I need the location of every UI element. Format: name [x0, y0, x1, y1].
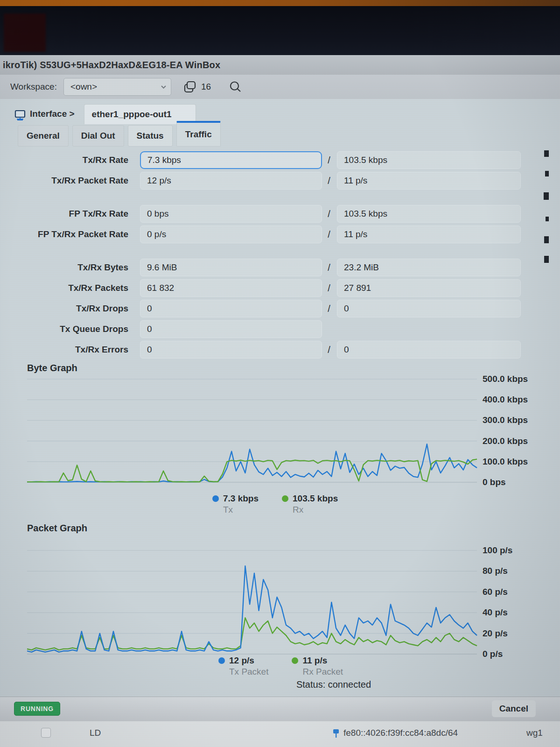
field-row: Tx/Rx Packets61 832/27 891: [0, 278, 560, 298]
window-count: 16: [201, 82, 211, 92]
byte-graph-legend: 7.3 kbpsTx103.5 kbpsRx: [212, 493, 338, 515]
y-axis-tick-label: 300.0 kbps: [483, 415, 528, 425]
interface-header: Interface > ether1_pppoe-out1: [0, 103, 560, 125]
field-row: FP Tx/Rx Rate0 bps/103.5 kbps: [0, 204, 560, 224]
legend-dot: [218, 657, 225, 664]
desk-surface: [0, 0, 560, 6]
value-separator: /: [324, 278, 334, 298]
legend-item-rx: 103.5 kbpsRx: [282, 493, 338, 515]
screen-bezel: [0, 6, 560, 55]
field-label: FP Tx/Rx Packet Rate: [0, 225, 128, 244]
workspace-value: <own>: [70, 82, 97, 92]
y-axis-tick-label: 0 bps: [483, 477, 506, 487]
breadcrumb: Interface >: [30, 109, 75, 119]
tx-value-input[interactable]: 9.6 MiB: [140, 259, 322, 276]
tab-status[interactable]: Status: [128, 125, 173, 147]
y-axis-tick-label: 400.0 kbps: [483, 395, 528, 404]
cancel-button[interactable]: Cancel: [492, 700, 536, 717]
field-row: Tx/Rx Rate7.3 kbps/103.5 kbps: [0, 150, 560, 170]
search-icon[interactable]: [229, 80, 242, 93]
tx-value-input[interactable]: 12 p/s: [140, 172, 322, 190]
byte-graph-heading: Byte Graph: [27, 363, 77, 374]
tx-value-input[interactable]: 0: [140, 320, 322, 338]
field-label: Tx Queue Drops: [0, 319, 128, 339]
row-checkbox[interactable]: [41, 728, 51, 738]
y-axis-tick-label: 20 p/s: [483, 628, 508, 638]
rx-value-input[interactable]: 0: [337, 341, 521, 359]
chevron-down-icon: [161, 85, 166, 89]
legend-label: Tx: [223, 505, 259, 515]
running-badge: RUNNING: [14, 702, 60, 716]
ipv6-flag-icon: [332, 729, 340, 740]
screen-edge-artifact: [544, 236, 549, 243]
field-row: Tx/Rx Errors0/0: [0, 340, 560, 359]
field-label: Tx/Rx Errors: [0, 340, 128, 359]
field-label: Tx/Rx Bytes: [0, 258, 128, 277]
tx-value-input[interactable]: 0 p/s: [140, 226, 322, 243]
value-separator: /: [324, 225, 334, 244]
y-axis-tick-label: 80 p/s: [483, 566, 508, 576]
rx-value-input[interactable]: 27 891: [337, 279, 521, 297]
legend-value: 11 p/s: [302, 655, 327, 666]
field-label: Tx/Rx Rate: [0, 150, 128, 170]
dialog-footer: RUNNING Cancel: [0, 697, 560, 721]
field-label: Tx/Rx Packets: [0, 278, 128, 298]
rx-value-input[interactable]: 103.5 kbps: [337, 205, 521, 223]
tx-value-input[interactable]: 0: [140, 341, 322, 359]
tx-value-input[interactable]: 61 832: [140, 279, 322, 297]
rx-value-input[interactable]: 0: [337, 300, 521, 317]
series-rx: [27, 459, 477, 482]
field-row: Tx/Rx Bytes9.6 MiB/23.2 MiB: [0, 258, 560, 277]
tab-general[interactable]: General: [18, 125, 69, 147]
y-axis-tick-label: 0 p/s: [483, 649, 503, 659]
value-separator: /: [324, 340, 334, 359]
field-row: Tx Queue Drops0: [0, 319, 560, 339]
windows-stack-icon[interactable]: [183, 80, 196, 93]
screen-edge-artifact: [544, 192, 549, 200]
value-separator: /: [324, 204, 334, 224]
tx-value-input[interactable]: 0 bps: [140, 205, 322, 223]
window-title: ikroTik) S53UG+5HaxD2HaxD&EG18-EA WinBox: [0, 60, 220, 70]
row-interface: wg1: [526, 728, 543, 738]
packet-graph-legend: 12 p/sTx Packet11 p/sRx Packet: [218, 655, 343, 677]
tab-dial-out[interactable]: Dial Out: [72, 125, 124, 147]
tx-value-input[interactable]: 7.3 kbps: [140, 151, 322, 169]
y-axis-tick-label: 60 p/s: [483, 587, 508, 597]
rx-value-input[interactable]: 11 p/s: [337, 172, 521, 190]
legend-dot: [292, 657, 298, 664]
status-text: Status: connected: [107, 679, 560, 690]
screen-edge-artifact: [544, 150, 549, 157]
background-table-row[interactable]: LD fe80::4026:f39f:cc84:a8dc/64 wg1: [0, 721, 560, 747]
value-separator: /: [324, 299, 334, 318]
packet-graph: 100 p/s80 p/s60 p/s40 p/s20 p/s0 p/s: [27, 535, 536, 662]
y-axis-tick-label: 40 p/s: [483, 607, 508, 617]
legend-label: Rx: [293, 505, 338, 515]
interface-dialog: Interface > ether1_pppoe-out1 GeneralDia…: [0, 99, 560, 697]
tx-value-input[interactable]: 0: [140, 300, 322, 317]
rx-value-input[interactable]: 11 p/s: [337, 226, 521, 243]
workspace-toolbar: Workspace: <own> 16: [0, 75, 560, 100]
series-rx-packet: [27, 618, 477, 650]
y-axis-tick-label: 100.0 kbps: [483, 457, 528, 466]
legend-dot: [212, 495, 219, 502]
y-axis-tick-label: 100 p/s: [483, 545, 512, 555]
value-separator: /: [324, 150, 334, 170]
tab-traffic[interactable]: Traffic: [176, 121, 221, 147]
field-label: Tx/Rx Packet Rate: [0, 171, 128, 190]
legend-item-rx-packet: 11 p/sRx Packet: [292, 655, 343, 677]
legend-value: 103.5 kbps: [293, 493, 338, 504]
legend-value: 7.3 kbps: [223, 493, 259, 504]
value-separator: /: [324, 258, 334, 277]
legend-value: 12 p/s: [229, 655, 254, 666]
legend-dot: [282, 495, 288, 502]
screen-edge-artifact: [545, 171, 549, 176]
y-axis-tick-label: 200.0 kbps: [483, 436, 528, 446]
workspace-select[interactable]: <own>: [63, 78, 171, 96]
byte-graph: 500.0 kbps400.0 kbps300.0 kbps200.0 kbps…: [27, 374, 536, 490]
window-titlebar: ikroTik) S53UG+5HaxD2HaxD&EG18-EA WinBox: [0, 55, 560, 75]
rx-value-input[interactable]: 23.2 MiB: [337, 259, 521, 276]
series-tx: [27, 444, 477, 482]
screen-edge-artifact: [546, 217, 549, 221]
field-row: Tx/Rx Drops0/0: [0, 299, 560, 318]
rx-value-input[interactable]: 103.5 kbps: [337, 151, 521, 169]
